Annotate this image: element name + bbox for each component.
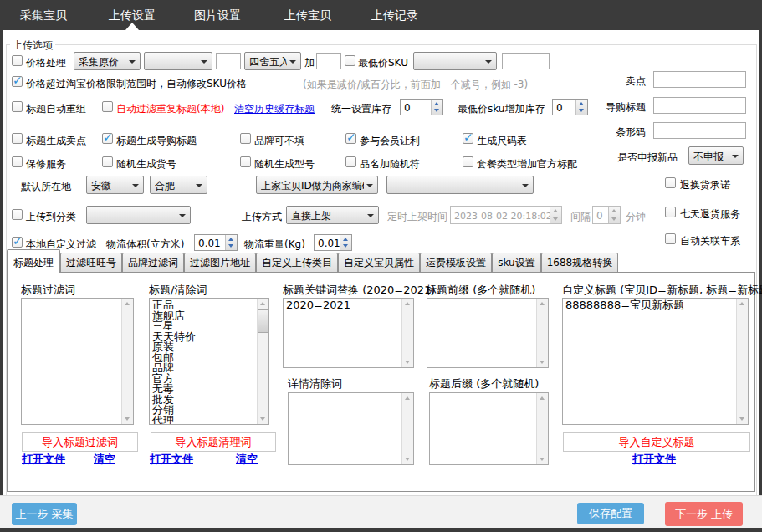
tab-filter-image-url[interactable]: 过滤图片地址: [184, 253, 256, 273]
random-item-no-checkbox[interactable]: [102, 156, 113, 167]
return-promise-checkbox[interactable]: [665, 177, 676, 188]
logistics-weight-spinner[interactable]: 0.01: [314, 234, 352, 251]
spinner-buttons[interactable]: [225, 235, 237, 250]
scroll-up-icon[interactable]: [405, 396, 410, 400]
custom-title-textarea[interactable]: 88888888=宝贝新标题: [563, 299, 738, 424]
spinner-down-icon[interactable]: [343, 244, 348, 248]
nav-tab-image-settings[interactable]: 图片设置: [174, 0, 261, 30]
rounding-dropdown[interactable]: 四舍五入: [244, 52, 301, 70]
open-file-link[interactable]: 打开文件: [632, 452, 676, 467]
scroll-down-icon[interactable]: [405, 458, 410, 461]
min-sku-stock-spinner[interactable]: 0: [552, 99, 588, 115]
scrollbar[interactable]: [536, 299, 548, 367]
scrollbar[interactable]: [121, 299, 133, 424]
gen-guide-title-checkbox[interactable]: [102, 133, 113, 144]
spinner-buttons[interactable]: [608, 207, 620, 223]
spinner-down-icon[interactable]: [579, 109, 584, 112]
price-process-checkbox[interactable]: [12, 55, 23, 66]
auto-link-car-checkbox[interactable]: [665, 233, 676, 244]
prev-step-button[interactable]: 上一步 采集: [12, 503, 77, 525]
province-dropdown[interactable]: 安徽: [86, 176, 144, 194]
brand-optional-checkbox[interactable]: [240, 133, 251, 144]
name-random-char-checkbox[interactable]: [345, 156, 356, 167]
spinner-down-icon[interactable]: [434, 109, 439, 112]
local-filter-checkbox[interactable]: [12, 237, 23, 248]
spinner-down-icon[interactable]: [553, 217, 558, 221]
title-prefix-textarea[interactable]: [427, 299, 538, 367]
min-sku-dropdown[interactable]: [413, 52, 497, 70]
min-sku-checkbox[interactable]: [345, 55, 355, 66]
gen-sellpoint-checkbox[interactable]: [12, 133, 23, 144]
tab-brand-filter[interactable]: 品牌过滤词: [122, 253, 184, 273]
logistics-volume-spinner[interactable]: 0.01: [194, 234, 238, 251]
spinner-buttons[interactable]: [550, 207, 561, 223]
declare-new-dropdown[interactable]: 不申报: [688, 146, 744, 165]
clear-link[interactable]: 清空: [94, 452, 115, 467]
scrollbar-thumb[interactable]: [258, 309, 268, 333]
scroll-down-icon[interactable]: [540, 458, 545, 461]
import-custom-title-button[interactable]: 导入自定义标题: [563, 432, 750, 452]
scroll-down-icon[interactable]: [739, 417, 744, 421]
tab-title-processing[interactable]: 标题处理: [7, 249, 60, 273]
spinner-buttons[interactable]: [340, 235, 351, 250]
spinner-up-icon[interactable]: [228, 238, 233, 241]
scrollbar[interactable]: [401, 393, 413, 464]
title-clean-textarea[interactable]: 正品 旗舰店 三星 天天特价 原装 包邮 品牌 官方 无毒 批发 分销 代理: [150, 299, 258, 424]
open-file-link[interactable]: 打开文件: [150, 452, 193, 467]
barcode-input[interactable]: [653, 122, 746, 139]
scroll-up-icon[interactable]: [405, 302, 410, 305]
spinner-up-icon[interactable]: [343, 238, 348, 241]
schedule-time-spinner[interactable]: 2023-08-02 20:18:02: [450, 206, 562, 224]
spinner-buttons[interactable]: [431, 100, 442, 115]
tab-filter-wangwang[interactable]: 过滤旺旺号: [60, 253, 122, 273]
seven-day-return-checkbox[interactable]: [665, 207, 676, 217]
title-recombine-checkbox[interactable]: [12, 101, 23, 112]
spinner-up-icon[interactable]: [579, 102, 584, 105]
scroll-up-icon[interactable]: [540, 396, 545, 400]
scroll-up-icon[interactable]: [540, 302, 545, 305]
tab-custom-attributes[interactable]: 自定义宝贝属性: [338, 253, 420, 273]
open-file-link[interactable]: 打开文件: [22, 452, 65, 467]
upload-method-dropdown[interactable]: 直接上架: [286, 206, 379, 224]
import-title-filter-button[interactable]: 导入标题过滤词: [22, 432, 138, 452]
spinner-buttons[interactable]: [575, 100, 587, 115]
merchant-code-extra-dropdown[interactable]: [386, 176, 534, 194]
spinner-up-icon[interactable]: [434, 102, 439, 105]
title-filter-textarea[interactable]: [22, 299, 123, 424]
filter-dup-title-checkbox[interactable]: [102, 101, 113, 112]
spinner-up-icon[interactable]: [611, 209, 616, 212]
nav-tab-collect[interactable]: 采集宝贝: [0, 0, 87, 30]
price-mode-dropdown[interactable]: 采集原价: [74, 52, 141, 70]
sellpoint-input[interactable]: [653, 71, 746, 88]
nav-tab-upload-records[interactable]: 上传记录: [351, 0, 438, 30]
tab-1688-spec[interactable]: 1688规格转换: [541, 253, 618, 273]
guide-title-input[interactable]: [653, 97, 746, 114]
spinner-up-icon[interactable]: [553, 209, 558, 212]
upload-category-checkbox[interactable]: [12, 209, 23, 220]
spinner-down-icon[interactable]: [611, 217, 616, 221]
price-adjust-input[interactable]: [216, 53, 241, 69]
scrollbar[interactable]: [736, 299, 748, 424]
spinner-down-icon[interactable]: [228, 244, 233, 248]
scroll-up-icon[interactable]: [739, 302, 744, 305]
combo-official-checkbox[interactable]: [463, 156, 473, 167]
city-dropdown[interactable]: 合肥: [150, 176, 207, 194]
min-sku-input[interactable]: [502, 53, 550, 69]
scroll-up-icon[interactable]: [260, 302, 265, 305]
scroll-down-icon[interactable]: [540, 361, 545, 364]
scrollbar[interactable]: [257, 299, 268, 424]
merchant-code-dropdown[interactable]: 上家宝贝ID做为商家编码: [256, 176, 378, 194]
import-title-clean-button[interactable]: 导入标题清理词: [151, 432, 276, 452]
clear-cache-titles-link[interactable]: 清空历史缓存标题: [234, 102, 315, 116]
scrollbar[interactable]: [536, 393, 548, 464]
scroll-down-icon[interactable]: [260, 417, 265, 421]
category-dropdown[interactable]: [86, 206, 191, 224]
warranty-checkbox[interactable]: [12, 156, 23, 167]
random-model-checkbox[interactable]: [240, 156, 251, 167]
size-chart-checkbox[interactable]: [463, 133, 473, 144]
price-adjust-dropdown[interactable]: [144, 52, 212, 70]
price-limit-checkbox[interactable]: [12, 76, 23, 87]
nav-tab-upload-items[interactable]: 上传宝贝: [264, 0, 351, 30]
tab-sku-settings[interactable]: sku设置: [492, 253, 541, 273]
tab-shipping-template[interactable]: 运费模板设置: [420, 253, 492, 273]
